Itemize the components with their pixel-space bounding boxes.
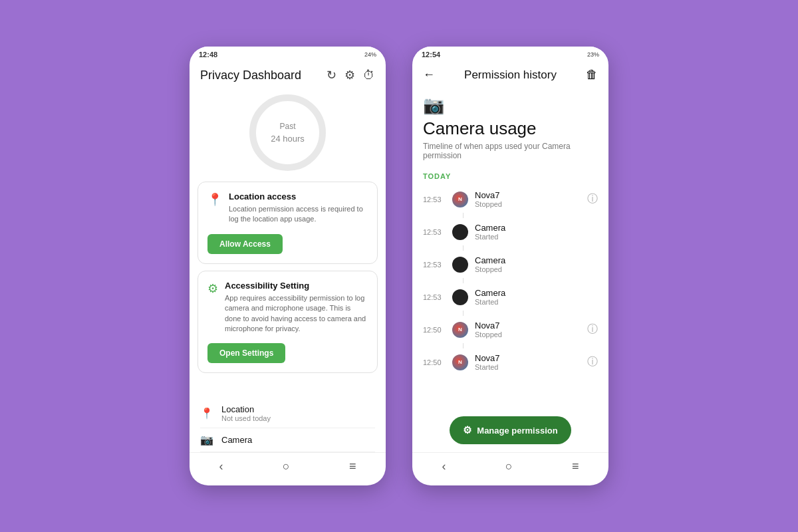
timeline-item-2: 12:53 Camera Started [423, 218, 598, 245]
timeline-app-4: Camera [475, 288, 598, 298]
chart-label1: Past [279, 120, 295, 132]
timeline-action-2: Started [475, 233, 598, 241]
page-title: Privacy Dashboard [200, 68, 301, 82]
perm-location-info: Location Not used today [221, 404, 271, 422]
connector-5 [463, 343, 464, 348]
permission-list: 📍 Location Not used today 📷 Camera [190, 399, 386, 452]
timeline-action-4: Started [475, 298, 598, 306]
refresh-icon[interactable]: ↻ [327, 68, 336, 82]
card-text-accessibility: Accessibility Setting App requires acces… [225, 281, 368, 334]
nav-menu-left[interactable]: ≡ [349, 460, 356, 473]
nav-bar-left: ‹ ○ ≡ [190, 452, 386, 480]
open-settings-button[interactable]: Open Settings [207, 343, 285, 363]
timeline-item-4: 12:53 Camera Started [423, 283, 598, 311]
header-icons: ↻ ⚙ ⏱ [327, 68, 375, 82]
location-card-title: Location access [229, 192, 368, 201]
timeline-item-3: 12:53 Camera Stopped [423, 251, 598, 278]
status-time-right: 12:54 [422, 51, 440, 59]
camera-usage-title: Camera usage [423, 118, 598, 139]
camera-hero-icon: 📷 [423, 95, 598, 116]
permission-history-title: Permission history [464, 68, 557, 82]
accessibility-card-icon: ⚙ [207, 281, 218, 296]
nav-home-right[interactable]: ○ [505, 460, 513, 473]
accessibility-card-desc: App requires accessibility permission to… [225, 293, 368, 334]
nav-back-right[interactable]: ‹ [442, 460, 446, 473]
camera-dot-4 [452, 289, 468, 305]
perm-camera-info: Camera [221, 435, 252, 445]
connector-4 [463, 311, 464, 316]
delete-button[interactable]: 🗑 [586, 68, 598, 82]
accessibility-card: ⚙ Accessibility Setting App requires acc… [198, 271, 378, 374]
nova-icon-5: N [452, 322, 468, 338]
help-icon-6[interactable]: ⓘ [587, 355, 598, 369]
timeline-time-6: 12:50 [423, 358, 446, 366]
timeline-item-6: 12:50 N Nova7 Started ⓘ [423, 348, 598, 376]
card-text-location: Location access Location permission acce… [229, 192, 368, 225]
perm-item-camera[interactable]: 📷 Camera [200, 428, 375, 452]
timeline-action-3: Stopped [475, 265, 598, 273]
nova-icon-6: N [452, 354, 468, 370]
timeline-action-5: Stopped [475, 331, 581, 338]
perm-item-location[interactable]: 📍 Location Not used today [200, 399, 375, 428]
nav-home-left[interactable]: ○ [283, 460, 290, 473]
right-phone: 12:54 23% ← Permission history 🗑 📷 Camer… [412, 47, 608, 485]
timeline-item: 12:53 N Nova7 Stopped ⓘ [423, 186, 598, 213]
camera-dot-2 [452, 224, 468, 240]
chart-area: Past 24 hours [190, 88, 386, 182]
camera-usage-subtitle: Timeline of when apps used your Camera p… [423, 142, 598, 160]
status-bar-right: 12:54 23% [412, 47, 608, 61]
connector-3 [463, 278, 464, 283]
help-icon-5[interactable]: ⓘ [587, 323, 598, 336]
location-access-card: 📍 Location access Location permission ac… [198, 182, 378, 264]
perm-location-icon: 📍 [200, 407, 213, 420]
perm-location-name: Location [221, 404, 271, 414]
status-icons-right: 23% [587, 51, 599, 58]
perm-location-status: Not used today [221, 414, 271, 422]
allow-access-button[interactable]: Allow Access [207, 234, 283, 254]
nova-icon-1: N [452, 192, 468, 207]
camera-dot-3 [452, 257, 468, 273]
battery-left: 24% [364, 51, 376, 58]
timeline-time-2: 12:53 [423, 228, 446, 236]
perm-camera-icon: 📷 [200, 434, 213, 446]
status-icons-left: 24% [364, 51, 376, 58]
timeline-app-6: Nova7 [475, 353, 581, 363]
timeline-app-2: Camera [475, 223, 598, 233]
left-phone: 12:48 24% Privacy Dashboard ↻ ⚙ ⏱ Past 2… [190, 47, 386, 485]
timeline-action-6: Started [475, 363, 581, 371]
chart-label2: 24 hours [271, 132, 305, 146]
back-button[interactable]: ← [423, 68, 435, 82]
connector-1 [463, 213, 464, 218]
cards-area: 📍 Location access Location permission ac… [190, 182, 386, 396]
manage-btn-label: Manage permission [477, 426, 557, 436]
status-bar-left: 12:48 24% [190, 47, 386, 61]
timeline-app-1: Nova7 [475, 190, 581, 200]
timeline: 12:53 N Nova7 Stopped ⓘ 12:53 Camera Sta… [412, 186, 608, 410]
timeline-item-5: 12:50 N Nova7 Stopped ⓘ [423, 316, 598, 343]
timeline-action-1: Stopped [475, 200, 581, 208]
timer-icon[interactable]: ⏱ [363, 68, 375, 82]
timeline-time-5: 12:50 [423, 326, 446, 334]
timeline-time-4: 12:53 [423, 293, 446, 301]
accessibility-card-title: Accessibility Setting [225, 281, 368, 291]
manage-permission-button[interactable]: ⚙ Manage permission [450, 416, 571, 444]
timeline-info-2: Camera Started [475, 223, 598, 241]
right-content: ← Permission history 🗑 📷 Camera usage Ti… [412, 61, 608, 480]
timeline-info-3: Camera Stopped [475, 255, 598, 273]
camera-hero: 📷 Camera usage Timeline of when apps use… [412, 87, 608, 170]
nav-menu-right[interactable]: ≡ [572, 460, 579, 473]
settings-icon[interactable]: ⚙ [344, 68, 355, 82]
nav-back-left[interactable]: ‹ [219, 460, 223, 473]
manage-btn-icon: ⚙ [463, 424, 471, 436]
timeline-info-1: Nova7 Stopped [475, 190, 581, 208]
connector-2 [463, 245, 464, 251]
app-header: Privacy Dashboard ↻ ⚙ ⏱ [190, 61, 386, 88]
timeline-info-6: Nova7 Started [475, 353, 581, 371]
timeline-app-3: Camera [475, 255, 598, 265]
card-header-accessibility: ⚙ Accessibility Setting App requires acc… [207, 281, 368, 334]
timeline-time-1: 12:53 [423, 196, 446, 203]
help-icon-1[interactable]: ⓘ [587, 192, 598, 206]
status-time-left: 12:48 [199, 51, 217, 59]
timeline-info-4: Camera Started [475, 288, 598, 306]
timeline-app-5: Nova7 [475, 321, 581, 331]
